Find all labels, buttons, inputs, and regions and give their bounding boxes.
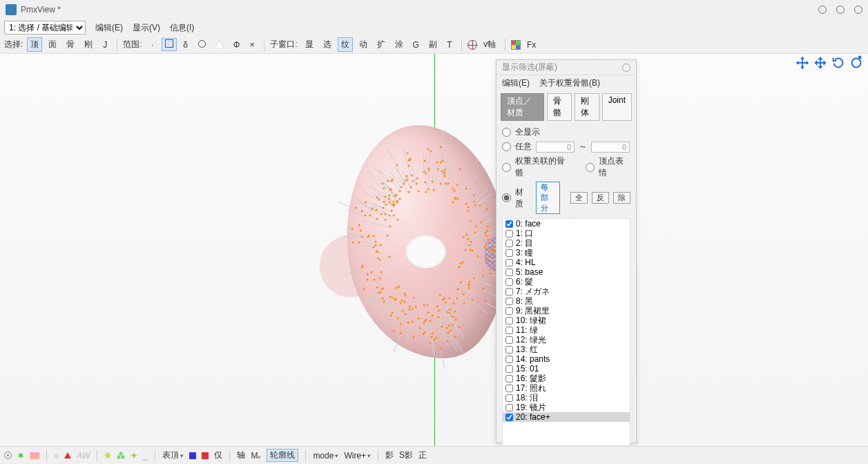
scale-gizmo-icon[interactable] <box>849 55 864 70</box>
range-rect-button[interactable] <box>162 38 177 51</box>
list-item[interactable]: 4: HL <box>503 258 630 267</box>
axis-button[interactable]: 轴 <box>237 450 245 461</box>
tab-rigid[interactable]: 刚体 <box>575 93 599 121</box>
status-red-square[interactable] <box>202 452 209 459</box>
wire-dropdown[interactable]: Wire+ <box>344 451 371 461</box>
sub-sel-button[interactable]: 选 <box>320 37 335 52</box>
material-list[interactable]: 0: face1: 口2: 目3: 瞳4: HL5: base6: 髮7: メガ… <box>502 218 630 446</box>
minimize-button[interactable] <box>818 6 827 14</box>
sub-paint-button[interactable]: 涂 <box>392 37 407 52</box>
panel-menu-edit[interactable]: 编辑(E) <box>502 77 530 89</box>
move-axis-gizmo-icon[interactable] <box>813 55 828 70</box>
radio-material[interactable] <box>502 193 511 202</box>
radio-weight-bone[interactable] <box>502 163 511 172</box>
material-checkbox[interactable] <box>505 220 513 228</box>
mode-dropdown[interactable]: 1: 选择 / 基础编辑 <box>4 21 86 35</box>
menu-edit[interactable]: 编辑(E) <box>95 22 123 34</box>
status-tri-icon[interactable] <box>64 452 71 458</box>
move-gizmo-icon[interactable] <box>795 55 810 70</box>
range-delta-button[interactable]: δ <box>180 39 192 51</box>
panel-close-button[interactable] <box>622 64 630 72</box>
material-checkbox[interactable] <box>505 317 513 325</box>
range-clear-button[interactable]: × <box>246 39 258 51</box>
sshadow-button[interactable]: S影 <box>399 450 413 461</box>
sub-wire-button[interactable]: 纹 <box>338 37 353 52</box>
material-checkbox[interactable] <box>505 307 513 315</box>
material-checkbox[interactable] <box>505 278 513 286</box>
each-part-button[interactable]: 每部分 <box>536 182 560 214</box>
maximize-button[interactable] <box>836 6 845 14</box>
material-checkbox[interactable] <box>505 394 513 402</box>
tab-joint[interactable]: Joint <box>602 93 632 121</box>
tab-vert-material[interactable]: 顶点／材质 <box>501 93 544 121</box>
sub-exp-button[interactable]: 扩 <box>374 37 389 52</box>
material-checkbox[interactable] <box>505 259 513 267</box>
sub-sub-button[interactable]: 副 <box>425 37 441 52</box>
m-button[interactable]: Mᵥ <box>251 451 261 461</box>
status-joint1-icon[interactable]: ✸ <box>104 451 111 461</box>
sub-g-button[interactable]: G <box>409 39 423 51</box>
select-rigid-button[interactable]: 刚 <box>81 37 96 52</box>
material-checkbox[interactable] <box>505 269 513 276</box>
select-vert-button[interactable]: 顶 <box>27 37 42 52</box>
panel-menu-about[interactable]: 关于权重骨骼(B) <box>539 77 600 89</box>
grid-icon[interactable] <box>511 40 521 50</box>
radio-any[interactable] <box>502 142 511 151</box>
select-bone-button[interactable]: 骨 <box>63 37 78 52</box>
range-circle-button[interactable] <box>195 39 209 51</box>
invert-button[interactable]: 反 <box>592 192 609 204</box>
status-lock-icon[interactable]: ⎯ <box>143 451 148 461</box>
panel-titlebar[interactable]: 显示筛选(屏蔽) <box>496 60 636 75</box>
material-checkbox[interactable] <box>505 375 513 383</box>
any-max-input[interactable]: 0 <box>591 142 630 153</box>
any-min-input[interactable]: 0 <box>536 142 575 153</box>
fx-button[interactable]: Fx <box>523 39 539 51</box>
menu-view[interactable]: 显示(V) <box>133 22 160 34</box>
status-aw-icon[interactable]: AW <box>77 451 90 461</box>
viewport[interactable] <box>0 54 868 446</box>
material-checkbox[interactable] <box>505 230 513 238</box>
material-checkbox[interactable] <box>505 327 513 334</box>
material-checkbox[interactable] <box>505 404 513 412</box>
material-checkbox[interactable] <box>505 414 513 421</box>
axis-icon[interactable] <box>467 40 477 50</box>
morph-dropdown[interactable]: 表頂 <box>162 450 184 461</box>
display-filter-panel[interactable]: 显示筛选(屏蔽) 编辑(E) 关于权重骨骼(B) 顶点／材质 骨骼 刚体 Joi… <box>496 59 637 443</box>
outline-button[interactable]: 轮廓线 <box>267 449 298 462</box>
radio-vert-morph[interactable] <box>586 163 595 172</box>
rotate-gizmo-icon[interactable] <box>831 55 846 70</box>
material-checkbox[interactable] <box>505 356 513 363</box>
only-button[interactable]: 仅 <box>214 450 222 461</box>
menu-info[interactable]: 信息(I) <box>170 22 194 34</box>
material-checkbox[interactable] <box>505 288 513 296</box>
material-checkbox[interactable] <box>505 385 513 392</box>
sub-show-button[interactable]: 显 <box>302 37 317 52</box>
status-circle-icon[interactable]: ○ <box>54 451 59 461</box>
list-item[interactable]: 19: 镜片 <box>503 403 630 412</box>
sub-t-button[interactable]: T <box>443 39 456 51</box>
range-tri-button[interactable] <box>212 39 227 51</box>
all-button[interactable]: 全 <box>570 192 588 204</box>
list-item[interactable]: 13: 红 <box>503 345 630 354</box>
select-joint-button[interactable]: J <box>99 39 111 51</box>
select-face-button[interactable]: 面 <box>45 37 60 52</box>
material-checkbox[interactable] <box>505 346 513 354</box>
close-button[interactable] <box>854 6 862 14</box>
ortho-button[interactable]: 正 <box>418 450 427 461</box>
material-checkbox[interactable] <box>505 249 513 257</box>
status-yellow-icon[interactable]: ✦ <box>131 451 137 461</box>
vaxis-button[interactable]: v軸 <box>480 37 499 52</box>
shadow-button[interactable]: 影 <box>385 450 394 461</box>
status-dot-icon[interactable] <box>4 452 12 459</box>
tab-bone[interactable]: 骨骼 <box>547 93 572 121</box>
material-checkbox[interactable] <box>505 240 513 247</box>
status-green-icon[interactable]: ✶ <box>17 451 24 461</box>
range-phi-button[interactable]: Φ <box>230 39 244 51</box>
list-item[interactable]: 3: 瞳 <box>503 248 630 258</box>
status-joint2-icon[interactable]: ⁂ <box>117 451 125 461</box>
material-checkbox[interactable] <box>505 298 513 305</box>
status-blue-square[interactable] <box>189 452 196 459</box>
range-point-button[interactable]: · <box>146 39 159 51</box>
material-checkbox[interactable] <box>505 336 513 344</box>
status-orange-icon[interactable] <box>30 452 39 459</box>
